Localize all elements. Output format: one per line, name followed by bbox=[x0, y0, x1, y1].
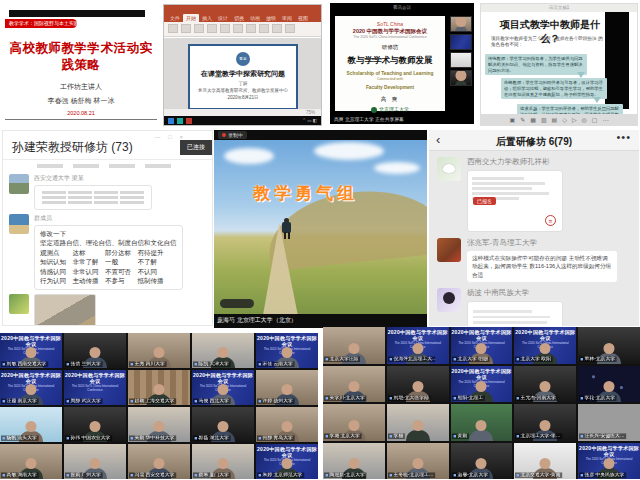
participant-tile[interactable]: 高敏 湖南大学 bbox=[0, 444, 62, 479]
image-icon[interactable]: ▦ bbox=[530, 116, 536, 123]
participant-tile[interactable]: 李楠 bbox=[387, 404, 449, 441]
participant-thumbnail-strip[interactable] bbox=[450, 16, 472, 112]
participant-tile[interactable]: 张倩 兰州大学 bbox=[64, 333, 126, 368]
participant-tile[interactable]: 曾莉 广州大学 bbox=[64, 444, 126, 479]
participant-tile[interactable]: 董林-北京大学 bbox=[578, 327, 640, 364]
participant-tile[interactable]: 许婷 扬州大学 bbox=[256, 370, 318, 405]
participant-name: 朱婷 北京师范大学 bbox=[257, 472, 304, 478]
participant-tile[interactable]: 孙伟 中国农业大学 bbox=[64, 407, 126, 442]
participant-tile[interactable]: 2020中国教与学学术国际会议The 2020 SoTL China Inter… bbox=[192, 370, 254, 405]
slide-thumbnail[interactable] bbox=[450, 52, 472, 68]
avatar[interactable] bbox=[437, 288, 461, 312]
participant-tile[interactable]: 杨帆 汕头大学 bbox=[0, 407, 62, 442]
message-line: 坚定道路自信、理论自信、制度自信和文化自信 bbox=[40, 238, 177, 247]
chart-icon[interactable]: ▥ bbox=[541, 116, 547, 123]
ppt-tab-视图[interactable]: 视图 bbox=[295, 14, 311, 22]
ppt-tab-审阅[interactable]: 审阅 bbox=[279, 14, 295, 22]
participant-tile[interactable]: 何静 青岛大学 bbox=[256, 407, 318, 442]
participant-tile[interactable]: 2020中国教与学学术国际会议The 2020 SoTL China Inter… bbox=[64, 370, 126, 405]
participant-tile[interactable]: 2020中国教与学学术国际会议The 2020 SoTL China Inter… bbox=[256, 444, 318, 479]
avatar[interactable] bbox=[9, 294, 29, 314]
participant-tile[interactable]: 赵颖 上海交通大学 bbox=[128, 370, 190, 405]
participant-tile[interactable]: 2020中国教与学学术国际会议The 2020 SoTL China Inter… bbox=[387, 327, 449, 364]
pbl-box-2: 先锋教师：学生学习的陪伴者与引导者，设计学习活动；组织学习过程，观察和引导学生学… bbox=[501, 78, 607, 99]
message-bubble[interactable]: 修改一下 坚定道路自信、理论自信、制度自信和文化自信 观测点 达标 部分达标 有… bbox=[34, 225, 183, 290]
document-attachment[interactable] bbox=[467, 301, 563, 326]
participant-tile[interactable]: 吴学川-北京大学 bbox=[323, 366, 385, 403]
image-attachment[interactable]: 已报名 章 bbox=[467, 170, 563, 232]
ppt-tab-动画[interactable]: 动画 bbox=[247, 14, 263, 22]
ppt-tab-开始[interactable]: 开始 bbox=[183, 14, 199, 22]
more-menu-icon[interactable]: ••• bbox=[616, 131, 631, 143]
participant-video bbox=[455, 26, 467, 32]
new-slide-icon[interactable]: ▣ bbox=[510, 116, 516, 123]
participant-tile[interactable]: 北京大学汪琼 bbox=[323, 327, 385, 364]
participant-tile[interactable]: 汪长兴-安徽医大… bbox=[578, 404, 640, 441]
conference-background[interactable] bbox=[450, 34, 472, 50]
participant-tile[interactable]: 2020中国教与学学术国际会议The 2020 SoTL China Inter… bbox=[578, 443, 640, 480]
sender-name: 群成员 bbox=[34, 214, 183, 223]
photo-attachment[interactable] bbox=[34, 294, 96, 326]
participant-tile[interactable]: 蔡琳 厦门大学 bbox=[192, 444, 254, 479]
screenshot-collage: 教学学术：国际视野与本土实践 高校教师教学学术活动实践策略 工作坊主讲人 李春强… bbox=[0, 0, 640, 480]
participant-video[interactable] bbox=[450, 16, 472, 32]
ppt-ribbon-tabs[interactable]: 文件开始插入设计切换动画放映审阅视图 bbox=[164, 12, 321, 22]
participant-tile[interactable]: 李轮·北京大学 bbox=[578, 366, 640, 403]
meeting-control-pill[interactable] bbox=[220, 299, 254, 308]
participant-tile[interactable]: 陈凯 天津大学 bbox=[192, 333, 254, 368]
participant-tile[interactable]: 2020中国教与学学术国际会议The 2020 SoTL China Inter… bbox=[451, 366, 513, 403]
avatar[interactable] bbox=[437, 238, 461, 262]
participant-tile[interactable]: 陶迎新-北京大学 bbox=[323, 443, 385, 480]
taskbar-app-icon[interactable] bbox=[186, 118, 192, 124]
participant-tile[interactable]: 2020中国教与学学术国际会议The 2020 SoTL China Inter… bbox=[256, 333, 318, 368]
message-bubble[interactable] bbox=[34, 185, 152, 210]
participant-name: 高敏 湖南大学 bbox=[1, 472, 38, 478]
ppt-tab-插入[interactable]: 插入 bbox=[199, 14, 215, 22]
play-icon[interactable]: ▷ bbox=[572, 116, 577, 123]
avatar[interactable] bbox=[9, 214, 29, 234]
text-icon[interactable]: ✎ bbox=[520, 116, 525, 123]
participant-tile[interactable]: 2020中国教与学学术国际会议The 2020 SoTL China Inter… bbox=[0, 370, 62, 405]
participant-tile[interactable]: 王冬晓-北京理工… bbox=[387, 443, 449, 480]
avatar[interactable] bbox=[437, 157, 461, 181]
participant-tile[interactable]: 2020中国教与学学术国际会议The 2020 SoTL China Inter… bbox=[0, 333, 62, 368]
sender-name: 西南交大力学教师孔祥彬 bbox=[467, 157, 563, 167]
participant-tile[interactable]: 黄刚 bbox=[451, 404, 513, 441]
session-label: 研修坊 bbox=[335, 44, 445, 51]
table-row: 行为认同 主动传播 不参与 抵制传播 bbox=[40, 276, 177, 285]
ppt-tab-设计[interactable]: 设计 bbox=[215, 14, 231, 22]
participant-name: 北京理工大学-李… bbox=[515, 434, 562, 440]
ppt-ribbon[interactable] bbox=[164, 22, 321, 37]
participant-tile[interactable]: 冯雪 西安交通大学 bbox=[128, 444, 190, 479]
pbl-box-1: 传统教师：学生学习的指导者，为学生提供与问题解决相关的知识、信息与资料，指导学生… bbox=[485, 54, 587, 75]
participant-tile[interactable]: 淑馨-北京大学 bbox=[451, 443, 513, 480]
taskbar-app-icon[interactable] bbox=[177, 118, 183, 124]
participant-tile[interactable]: 刘琨-北大医学部 bbox=[387, 366, 449, 403]
taskbar-app-icon[interactable] bbox=[168, 118, 174, 124]
message-bubble[interactable]: 这种模式在实际操作中可能存在的问题 主动性不强难调动起来，如何调动学生 数116… bbox=[467, 251, 617, 282]
participant-tile[interactable]: 王秀 四川大学 bbox=[128, 333, 190, 368]
ppt-tab-放映[interactable]: 放映 bbox=[263, 14, 279, 22]
participant-video-dark[interactable] bbox=[450, 70, 472, 86]
ppt-tab-切换[interactable]: 切换 bbox=[231, 14, 247, 22]
participant-tile[interactable]: 吴刚 华中科技大学 bbox=[128, 407, 190, 442]
table-icon[interactable]: ▤ bbox=[552, 116, 558, 123]
participant-tile[interactable]: 郭磊 湖北大学 bbox=[192, 407, 254, 442]
participant-tile[interactable]: 北京交通大学-黄南 bbox=[514, 443, 576, 480]
participant-tile[interactable]: 李璐 北京大学 bbox=[323, 404, 385, 441]
participant-tile[interactable]: 王元杰-河南大学 bbox=[514, 366, 576, 403]
comment-icon[interactable]: ▢ bbox=[592, 116, 598, 123]
participant-tile[interactable]: 2020中国教与学学术国际会议The 2020 SoTL China Inter… bbox=[514, 327, 576, 364]
zoom-icon[interactable]: ◎ bbox=[582, 116, 587, 123]
windows-taskbar[interactable]: ⌃ ▭ ◧ bbox=[164, 116, 321, 125]
participant-tile[interactable]: 2020中国教与学学术国际会议The 2020 SoTL China Inter… bbox=[451, 327, 513, 364]
workshop-title: 教与学学术与教师发展 bbox=[335, 55, 445, 67]
avatar[interactable] bbox=[9, 174, 29, 194]
shape-icon[interactable]: ◇ bbox=[562, 116, 567, 123]
participant-tile[interactable]: 北京理工大学-李… bbox=[514, 404, 576, 441]
pbl-toolbar[interactable]: ▣✎▦▥▤◇▷◎▢⋯ bbox=[481, 114, 637, 125]
ppt-tab-文件[interactable]: 文件 bbox=[167, 14, 183, 22]
participant-name: 孙伟 中国农业大学 bbox=[65, 435, 112, 441]
more-icon[interactable]: ⋯ bbox=[602, 116, 608, 123]
participant-video bbox=[455, 80, 467, 86]
